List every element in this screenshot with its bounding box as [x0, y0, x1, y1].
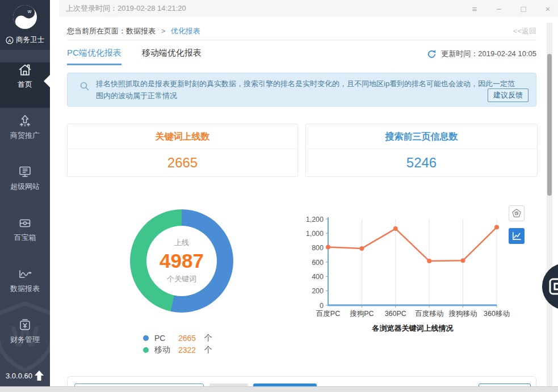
sidebar-item-toolbox[interactable]: 百宝箱: [0, 216, 50, 261]
menu-icon[interactable]: ≡: [470, 5, 479, 13]
sidebar-item-label: 首页: [0, 79, 50, 90]
scrollbar-thumb[interactable]: [547, 54, 552, 196]
sidebar: w A 商务卫士 首页: [0, 0, 50, 387]
divider: [67, 40, 536, 40]
pc-dot-icon: [143, 335, 149, 341]
window-controls: ≡ − □ ×: [470, 0, 552, 17]
refresh-icon[interactable]: [427, 49, 437, 59]
chart-toggle-line-button[interactable]: [509, 228, 525, 244]
svg-text:w: w: [27, 9, 32, 14]
line-chart-title: 各浏览器关键词上线情况: [313, 323, 512, 334]
search-icon: [79, 81, 90, 91]
svg-text:400: 400: [312, 273, 324, 281]
svg-text:百度PC: 百度PC: [316, 310, 340, 318]
brand-name: 商务卫士: [16, 35, 44, 45]
donut-center-value: 4987: [160, 250, 204, 272]
desktop-edge-band: [0, 386, 558, 392]
brand-badge-icon: A: [6, 36, 14, 44]
line-chart-icon: [511, 231, 522, 241]
legend-name: PC: [154, 334, 178, 343]
card-value: 5246: [306, 149, 537, 176]
legend-item-mobile: 移动 2322 个: [143, 344, 212, 356]
update-time-text: 更新时间：2019-02-24 10:05: [441, 49, 536, 59]
close-icon[interactable]: ×: [543, 5, 552, 13]
scrollbar-track[interactable]: [547, 23, 552, 386]
svg-text:1,000: 1,000: [307, 230, 324, 238]
upgrade-arrow-icon[interactable]: [34, 370, 44, 381]
update-time-row: 更新时间：2019-02-24 10:05: [427, 49, 536, 59]
card-title: 关键词上线数: [68, 124, 297, 149]
sidebar-item-label: 超级网站: [0, 182, 50, 192]
svg-text:600: 600: [312, 259, 324, 267]
back-link[interactable]: <<返回: [513, 26, 536, 36]
brand-logo-icon: w: [11, 3, 39, 31]
home-icon: [18, 62, 32, 77]
maximize-icon[interactable]: □: [519, 5, 528, 13]
sidebar-nav: 首页 商贸推广 超级网站: [0, 57, 50, 363]
donut-chart: 上线 4987 个关键词: [130, 209, 233, 313]
sidebar-item-label: 数据报表: [0, 284, 50, 294]
minimize-icon[interactable]: −: [494, 5, 504, 13]
finance-icon: [18, 318, 32, 332]
donut-center: 上线 4987 个关键词: [146, 226, 217, 296]
donut-center-unit: 个关键词: [167, 274, 196, 284]
feedback-button[interactable]: 建议反馈: [488, 88, 528, 102]
legend-name: 移动: [154, 345, 178, 355]
keyword-online-card: 关键词上线数 2665: [67, 124, 298, 177]
pentagon-icon: [511, 208, 522, 219]
svg-text:搜狗PC: 搜狗PC: [350, 310, 374, 318]
banner-text: 排名快照抓取的是报表更新时刻的真实数据，搜索引擎的排名是实时变化的，且不同地区i…: [96, 78, 522, 102]
tab-pc-report[interactable]: PC端优化报表: [67, 48, 121, 65]
top3-info-card: 搜索前三页信息数 5246: [305, 124, 538, 177]
svg-text:360PC: 360PC: [385, 310, 406, 318]
tab-mobile-report[interactable]: 移动端优化报表: [142, 48, 202, 65]
chart-toggle-pie-button[interactable]: [509, 205, 525, 221]
svg-text:1,200: 1,200: [307, 216, 324, 224]
legend-item-pc: PC 2665 个: [143, 332, 212, 344]
titlebar: 上次登录时间：2019-02-28 14:21:20 ≡ − □ ×: [59, 0, 558, 17]
app-window: w A 商务卫士 首页: [0, 0, 558, 392]
legend-value: 2665: [178, 334, 204, 343]
donut-legend: PC 2665 个 移动 2322 个: [143, 332, 212, 356]
breadcrumb: 您当前所在页面：数据报表 > 优化报表: [67, 26, 200, 36]
active-item-arrow: [44, 75, 50, 87]
svg-text:A: A: [8, 38, 11, 43]
svg-text:百度移动: 百度移动: [415, 310, 443, 318]
logo-block: w A 商务卫士: [0, 0, 50, 50]
svg-text:800: 800: [312, 244, 324, 252]
sidebar-item-report[interactable]: 数据报表: [0, 267, 50, 312]
version-row: 3.0.0.60: [0, 369, 50, 384]
breadcrumb-prefix: 您当前所在页面：数据报表: [67, 27, 156, 35]
last-login-text: 上次登录时间：2019-02-28 14:21:20: [66, 0, 186, 17]
sidebar-item-label: 商贸推广: [0, 130, 50, 141]
svg-text:200: 200: [312, 287, 324, 295]
donut-center-label: 上线: [174, 238, 189, 248]
report-chart-icon: [18, 267, 32, 281]
monitor-icon: [18, 165, 32, 179]
card-value: 2665: [68, 149, 297, 176]
breadcrumb-current[interactable]: 优化报表: [171, 27, 200, 35]
card-title: 搜索前三页信息数: [306, 124, 537, 149]
legend-unit: 个: [204, 345, 212, 355]
sidebar-item-home[interactable]: 首页: [0, 62, 50, 108]
toolbox-icon: [18, 216, 32, 230]
sidebar-item-finance[interactable]: 财务管理: [0, 318, 50, 363]
tab-bar: PC端优化报表 移动端优化报表: [67, 48, 202, 65]
svg-text:0: 0: [320, 302, 324, 310]
sidebar-item-website[interactable]: 超级网站: [0, 165, 50, 210]
promotion-icon: [18, 113, 32, 128]
breadcrumb-separator: >: [161, 27, 166, 35]
svg-text:360移动: 360移动: [484, 310, 510, 318]
legend-unit: 个: [204, 333, 212, 343]
info-banner: 排名快照抓取的是报表更新时刻的真实数据，搜索引擎的排名是实时变化的，且不同地区i…: [67, 73, 536, 107]
sidebar-item-label: 财务管理: [0, 335, 50, 345]
qr-code-icon: [548, 277, 558, 296]
legend-value: 2322: [178, 345, 204, 355]
sidebar-item-promotion[interactable]: 商贸推广: [0, 113, 50, 159]
svg-text:搜狗移动: 搜狗移动: [449, 310, 477, 318]
mobile-dot-icon: [143, 347, 149, 353]
version-label: 3.0.0.60: [6, 372, 32, 380]
brand-row: A 商务卫士: [0, 35, 50, 45]
sidebar-item-label: 百宝箱: [0, 233, 50, 243]
